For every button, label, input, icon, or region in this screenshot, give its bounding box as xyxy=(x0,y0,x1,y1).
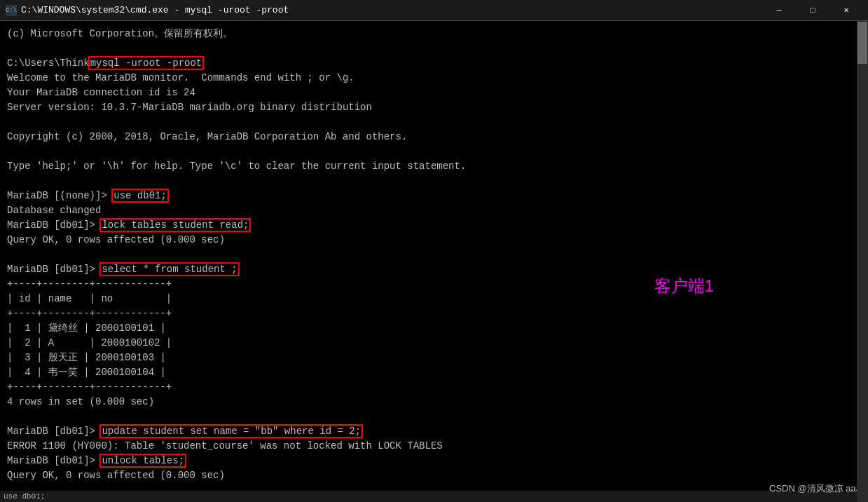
lock-tables-highlight: lock tables student read; xyxy=(101,219,249,231)
table-row-4: | 4 | 韦一笑 | 2000100104 | xyxy=(7,365,861,380)
scrollbar-thumb[interactable] xyxy=(857,22,867,64)
line-version: Server version: 10.3.7-MariaDB mariadb.o… xyxy=(7,100,861,115)
update-highlight: update student set name = "bb" where id … xyxy=(101,426,361,437)
scrollbar-track[interactable] xyxy=(857,21,868,502)
table-border-top: +----+--------+------------+ xyxy=(7,277,861,292)
line-update: MariaDB [db01]> update student set name … xyxy=(7,424,861,439)
use-db01-highlight: use db01; xyxy=(113,190,167,201)
close-button[interactable]: ✕ xyxy=(830,0,862,21)
line-db-changed: Database changed xyxy=(7,203,861,218)
line-select: MariaDB [db01]> select * from student ; xyxy=(7,262,861,277)
table-row-1: | 1 | 黛绮丝 | 2000100101 | xyxy=(7,321,861,336)
select-highlight: select * from student ; xyxy=(101,264,237,275)
line-blank6 xyxy=(7,409,861,424)
mysql-highlight: mysql -uroot -proot xyxy=(90,57,203,69)
minimize-button[interactable]: ─ xyxy=(763,0,795,21)
prompt-db01-select: MariaDB [db01]> xyxy=(7,264,101,275)
bottom-hint-text: use db01; xyxy=(4,491,45,502)
line-blank2 xyxy=(7,115,861,130)
bottom-hint: use db01; xyxy=(0,491,857,502)
unlock-highlight: unlock tables; xyxy=(101,455,185,466)
line-blank5 xyxy=(7,247,861,262)
title-bar-left: C:\ C:\WINDOWS\system32\cmd.exe - mysql … xyxy=(6,5,289,16)
line-mysql-cmd: C:\Users\Thinkmysql -uroot -proot xyxy=(7,56,861,71)
prompt-db01-unlock: MariaDB [db01]> xyxy=(7,455,101,466)
line-unlock: MariaDB [db01]> unlock tables; xyxy=(7,454,861,468)
prompt-db01-lock: MariaDB [db01]> xyxy=(7,219,101,231)
csdn-watermark: CSDN @清风微凉 aaa xyxy=(769,482,861,496)
line-connid: Your MariaDB connection id is 24 xyxy=(7,86,861,100)
line-lock-tables: MariaDB [db01]> lock tables student read… xyxy=(7,218,861,233)
title-bar-text: C:\WINDOWS\system32\cmd.exe - mysql -uro… xyxy=(21,5,289,15)
line-error: ERROR 1100 (HY000): Table 'student_cours… xyxy=(7,439,861,454)
line-welcome: Welcome to the MariaDB monitor. Commands… xyxy=(7,71,861,86)
table-rows-count: 4 rows in set (0.000 sec) xyxy=(7,395,861,409)
line-lock-ok: Query OK, 0 rows affected (0.000 sec) xyxy=(7,233,861,247)
title-bar-controls: ─ □ ✕ xyxy=(763,0,862,21)
title-bar: C:\ C:\WINDOWS\system32\cmd.exe - mysql … xyxy=(0,0,868,21)
prompt-users: C:\Users\Think xyxy=(7,57,90,69)
line-blank1 xyxy=(7,41,861,56)
table-border-bottom: +----+--------+------------+ xyxy=(7,380,861,395)
terminal[interactable]: (c) Microsoft Corporation。保留所有权利。 C:\Use… xyxy=(0,21,868,502)
line-help: Type 'help;' or '\h' for help. Type '\c'… xyxy=(7,159,861,174)
prompt-db01-update: MariaDB [db01]> xyxy=(7,426,101,437)
line-use-db01: MariaDB [(none)]> use db01; xyxy=(7,189,861,203)
table-header: | id | name | no | xyxy=(7,292,861,306)
line-blank4 xyxy=(7,174,861,189)
maximize-button[interactable]: □ xyxy=(797,0,829,21)
line-unlock-ok: Query OK, 0 rows affected (0.000 sec) xyxy=(7,468,861,483)
prompt-none: MariaDB [(none)]> xyxy=(7,190,113,201)
cmd-icon: C:\ xyxy=(6,5,17,16)
line-copyright: (c) Microsoft Corporation。保留所有权利。 xyxy=(7,27,861,41)
table-row-2: | 2 | A | 2000100102 | xyxy=(7,336,861,351)
table-border-mid: +----+--------+------------+ xyxy=(7,306,861,321)
line-blank3 xyxy=(7,144,861,159)
line-copyright-text: Copyright (c) 2000, 2018, Oracle, MariaD… xyxy=(7,130,861,144)
client-label: 客户端1 xyxy=(654,273,714,299)
table-row-3: | 3 | 殷天正 | 2000100103 | xyxy=(7,351,861,365)
